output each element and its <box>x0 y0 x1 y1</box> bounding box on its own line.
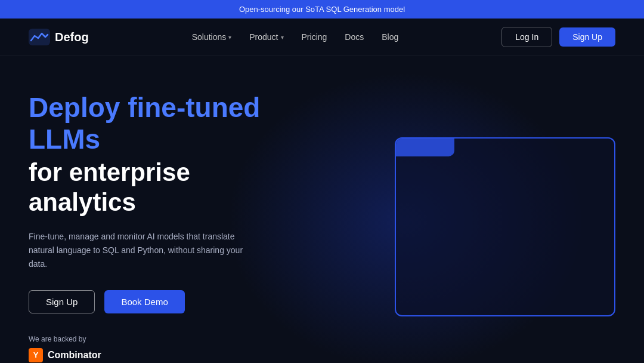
yc-name: Combinator <box>48 350 101 361</box>
nav-docs[interactable]: Docs <box>338 29 371 45</box>
announcement-text: Open-sourcing our SoTA SQL Generation mo… <box>239 5 405 14</box>
backed-by-label: We are backed by <box>29 335 279 343</box>
backed-by: We are backed by Y Combinator <box>29 335 279 362</box>
signup-hero-button[interactable]: Sign Up <box>29 290 95 313</box>
nav-pricing[interactable]: Pricing <box>295 29 335 45</box>
nav-pricing-label: Pricing <box>302 32 327 42</box>
hero-section: Deploy fine-tuned LLMs for enterprise an… <box>0 56 644 363</box>
logo-icon <box>29 29 50 45</box>
nav-solutions[interactable]: Solutions ▾ <box>185 29 239 45</box>
nav-solutions-label: Solutions <box>192 32 227 42</box>
mockup-tab <box>395 137 454 156</box>
navbar-links: Solutions ▾ Product ▾ Pricing Docs Blog <box>185 29 406 45</box>
login-button[interactable]: Log In <box>501 27 552 47</box>
hero-visual <box>395 137 615 316</box>
chevron-down-icon: ▾ <box>228 34 231 41</box>
hero-content: Deploy fine-tuned LLMs for enterprise an… <box>29 92 279 362</box>
announcement-bar[interactable]: Open-sourcing our SoTA SQL Generation mo… <box>0 0 644 19</box>
navbar-actions: Log In Sign Up <box>501 27 615 47</box>
nav-blog[interactable]: Blog <box>374 29 405 45</box>
nav-blog-label: Blog <box>382 32 398 42</box>
logo-text: Defog <box>55 30 89 44</box>
nav-docs-label: Docs <box>345 32 364 42</box>
yc-logo-icon: Y <box>29 348 43 362</box>
signup-nav-button[interactable]: Sign Up <box>559 27 615 47</box>
nav-product-label: Product <box>249 32 278 42</box>
yc-badge: Y Combinator <box>29 348 279 362</box>
logo-link[interactable]: Defog <box>29 29 89 45</box>
hero-title-blue: Deploy fine-tuned LLMs <box>29 92 279 155</box>
nav-product[interactable]: Product ▾ <box>242 29 290 45</box>
hero-title-white: for enterprise analytics <box>29 158 279 218</box>
navbar: Defog Solutions ▾ Product ▾ Pricing Docs… <box>0 19 644 56</box>
book-demo-button[interactable]: Book Demo <box>104 290 184 313</box>
hero-buttons: Sign Up Book Demo <box>29 290 279 313</box>
product-mockup <box>395 137 615 316</box>
chevron-down-icon: ▾ <box>281 34 284 41</box>
hero-description: Fine-tune, manage and monitor AI models … <box>29 230 243 271</box>
